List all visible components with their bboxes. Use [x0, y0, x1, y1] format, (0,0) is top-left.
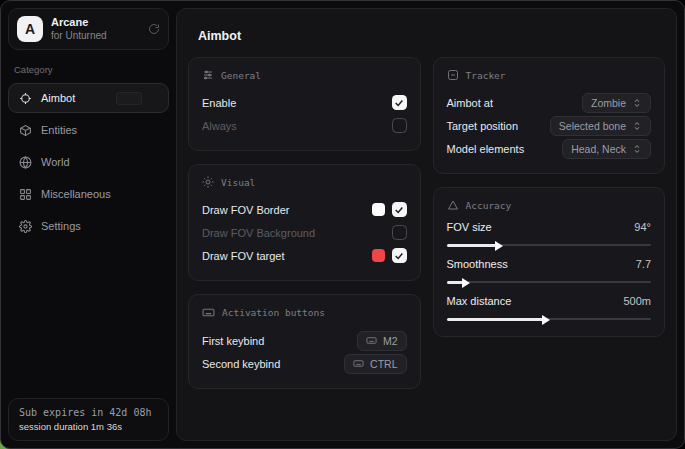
second-keybind-button[interactable]: CTRL: [344, 354, 406, 374]
sidebar-item-world[interactable]: World: [8, 147, 169, 177]
fov-border-checkbox[interactable]: [392, 202, 407, 217]
accuracy-card-header: Accuracy: [447, 199, 652, 211]
aimbot-hint-badge: [116, 92, 142, 105]
subscription-info-card: Sub expires in 42d 08h session duration …: [8, 398, 169, 441]
setting-row-fov-size: FOV size 94°: [447, 221, 652, 249]
setting-label: Smoothness: [447, 258, 508, 270]
refresh-icon[interactable]: [148, 23, 160, 35]
globe-icon: [19, 156, 32, 169]
setting-row-fov-target: Draw FOV target: [202, 244, 407, 267]
smoothness-value: 7.7: [636, 258, 651, 270]
session-duration-text: session duration 1m 36s: [19, 421, 158, 432]
setting-row-enable: Enable: [202, 91, 407, 114]
chevrons-up-down-icon: [632, 144, 642, 154]
dropdown-value: Zombie: [591, 97, 626, 109]
card-title: Visual: [221, 177, 255, 188]
target-position-dropdown[interactable]: Selected bone: [550, 116, 651, 136]
max-distance-slider[interactable]: [447, 314, 652, 323]
setting-label: Aimbot at: [447, 97, 493, 109]
setting-label: Max distance: [447, 295, 512, 307]
setting-row-second-keybind: Second keybind CTRL: [202, 352, 407, 375]
arcane-window: A Arcane for Unturned Category: [0, 0, 685, 449]
setting-row-smoothness: Smoothness 7.7: [447, 258, 652, 286]
sidebar-item-label: World: [41, 156, 70, 168]
layout-icon: [19, 188, 32, 201]
smoothness-slider[interactable]: [447, 277, 652, 286]
fov-target-color-swatch[interactable]: [372, 249, 385, 262]
sidebar-item-label: Entities: [41, 124, 77, 136]
row-controls: [372, 248, 407, 263]
cards-columns: General Enable Always: [188, 57, 665, 389]
slider-fill: [447, 281, 463, 284]
slider-thumb[interactable]: [462, 278, 470, 288]
setting-label: Second keybind: [202, 358, 280, 370]
setting-label: Target position: [447, 120, 519, 132]
accuracy-card: Accuracy FOV size 94°: [433, 187, 666, 337]
sliders-icon: [202, 69, 214, 81]
fov-background-checkbox[interactable]: [392, 225, 407, 240]
brand-name: Arcane: [51, 16, 140, 29]
slider-thumb[interactable]: [495, 241, 503, 251]
dropdown-value: Selected bone: [559, 120, 626, 132]
slider-thumb[interactable]: [542, 315, 550, 325]
sub-expires-text: Sub expires in 42d 08h: [19, 407, 158, 418]
slider-fill: [447, 244, 496, 247]
card-title: Accuracy: [466, 200, 512, 211]
tracker-card: Tracker Aimbot at Zombie: [433, 57, 666, 174]
sidebar-nav: Aimbot Entities: [8, 83, 169, 241]
setting-row-target-position: Target position Selected bone: [447, 114, 652, 137]
general-card-header: General: [202, 69, 407, 81]
crosshair-icon: [19, 92, 32, 105]
setting-row-fov-background: Draw FOV Background: [202, 221, 407, 244]
sidebar-item-settings[interactable]: Settings: [8, 211, 169, 241]
sidebar-item-label: Miscellaneous: [41, 188, 111, 200]
setting-label: Draw FOV Background: [202, 227, 315, 239]
fov-border-color-swatch[interactable]: [372, 203, 385, 216]
setting-label: Model elements: [447, 143, 525, 155]
keyboard-icon: [202, 306, 215, 319]
left-column: General Enable Always: [188, 57, 421, 389]
chevrons-up-down-icon: [632, 98, 642, 108]
setting-row-first-keybind: First keybind M2: [202, 329, 407, 352]
sidebar-item-miscellaneous[interactable]: Miscellaneous: [8, 179, 169, 209]
cube-icon: [19, 124, 32, 137]
tracker-card-header: Tracker: [447, 69, 652, 81]
keyboard-icon: [353, 358, 364, 369]
brand-logo: A: [17, 16, 43, 42]
sidebar-item-aimbot[interactable]: Aimbot: [8, 83, 169, 113]
max-distance-value: 500m: [623, 295, 651, 307]
model-elements-dropdown[interactable]: Head, Neck: [562, 139, 651, 159]
visual-card-header: Visual: [202, 176, 407, 188]
setting-row-max-distance: Max distance 500m: [447, 295, 652, 323]
right-column: Tracker Aimbot at Zombie: [433, 57, 666, 337]
setting-label: Draw FOV target: [202, 250, 285, 262]
keybind-value: CTRL: [370, 358, 397, 370]
dropdown-value: Head, Neck: [571, 143, 626, 155]
frame-minus-icon: [447, 69, 459, 81]
brand-card: A Arcane for Unturned: [8, 8, 169, 50]
fov-size-slider[interactable]: [447, 240, 652, 249]
first-keybind-button[interactable]: M2: [357, 331, 407, 351]
visual-card: Visual Draw FOV Border: [188, 164, 421, 281]
sun-icon: [202, 176, 214, 188]
general-card: General Enable Always: [188, 57, 421, 151]
sidebar-item-entities[interactable]: Entities: [8, 115, 169, 145]
aimbot-at-dropdown[interactable]: Zombie: [582, 93, 651, 113]
activation-buttons-card: Activation buttons First keybind M2: [188, 294, 421, 389]
row-controls: [372, 202, 407, 217]
slider-fill: [447, 318, 543, 321]
fov-size-value: 94°: [634, 221, 651, 233]
slider-head: Max distance 500m: [447, 295, 652, 307]
setting-row-fov-border: Draw FOV Border: [202, 198, 407, 221]
sidebar: A Arcane for Unturned Category: [1, 1, 176, 448]
enable-checkbox[interactable]: [392, 95, 407, 110]
always-checkbox[interactable]: [392, 118, 407, 133]
card-title: Activation buttons: [222, 307, 325, 318]
brand-subtitle: for Unturned: [51, 30, 140, 42]
setting-row-aimbot-at: Aimbot at Zombie: [447, 91, 652, 114]
gear-icon: [19, 220, 32, 233]
fov-target-checkbox[interactable]: [392, 248, 407, 263]
page-title: Aimbot: [198, 29, 665, 43]
slider-head: Smoothness 7.7: [447, 258, 652, 270]
category-label: Category: [14, 64, 163, 75]
